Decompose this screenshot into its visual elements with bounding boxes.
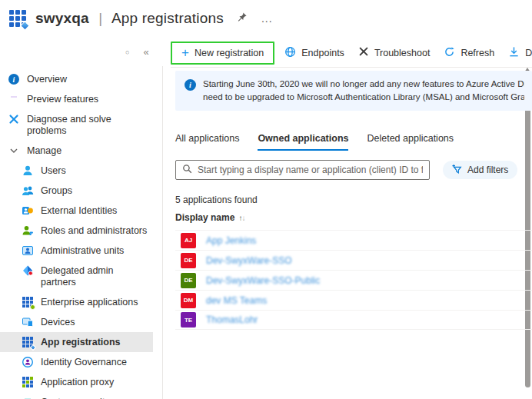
sidebar-item-administrative-units[interactable]: Administrative units: [0, 241, 153, 261]
applications-count: 5 applications found: [175, 195, 532, 205]
sidebar-item-label: Custom security attributes: [41, 396, 148, 399]
enterprise-applications-icon: [22, 296, 34, 308]
app-name-link[interactable]: ThomasLohr: [206, 314, 258, 325]
new-registration-button[interactable]: + New registration: [171, 42, 274, 65]
sidebar-item-devices[interactable]: Devices: [0, 312, 153, 332]
sidebar-item-application-proxy[interactable]: Application proxy: [0, 372, 153, 392]
app-registrations-icon: [9, 10, 26, 27]
sidebar-item-label: Delegated admin partners: [41, 264, 148, 288]
main-content: i Starting June 30th, 2020 we will no lo…: [175, 71, 532, 330]
plus-icon: +: [181, 48, 189, 58]
sidebar-item-enterprise-applications[interactable]: Enterprise applications: [0, 292, 153, 312]
blade-search-icon[interactable]: ○: [125, 48, 129, 56]
download-button[interactable]: Download: [501, 42, 532, 65]
delegated-admin-partners-icon: [22, 264, 34, 277]
app-avatar: DE: [181, 253, 196, 268]
sidebar-item-label: Roles and administrators: [41, 224, 147, 237]
app-name-link[interactable]: Dev-SwyxWare-SSO-Public: [206, 275, 320, 286]
sidebar-item-external-identities[interactable]: External Identities: [0, 201, 153, 221]
table-row[interactable]: DE Dev-SwyxWare-SSO-Public: [175, 270, 532, 290]
display-name-label: Display name: [175, 212, 234, 223]
info-icon: i: [8, 73, 20, 85]
sidebar-item-label: Devices: [41, 316, 75, 328]
tenant-name: swyxqa: [35, 10, 89, 26]
download-icon: [508, 46, 520, 60]
sidebar-section-manage[interactable]: Manage: [0, 141, 153, 161]
endpoints-button[interactable]: Endpoints: [278, 42, 351, 65]
identity-governance-icon: [22, 356, 34, 368]
app-name-link[interactable]: Dev-SwyxWare-SSO: [206, 255, 292, 266]
applications-table: AJ App Jenkins DE Dev-SwyxWare-SSO DE De…: [175, 230, 532, 330]
sidebar-section-label: Manage: [27, 145, 62, 157]
group-icon: [22, 185, 34, 197]
sidebar-item-label: Application proxy: [41, 376, 114, 388]
sidebar-item-label: Enterprise applications: [41, 296, 138, 308]
sidebar-item-preview-features[interactable]: Preview features: [0, 89, 153, 109]
add-filters-label: Add filters: [467, 165, 508, 175]
sidebar-item-label: Overview: [27, 73, 67, 85]
refresh-label: Refresh: [461, 48, 494, 58]
sidebar-item-label: Administrative units: [41, 244, 124, 257]
refresh-button[interactable]: Refresh: [437, 42, 501, 65]
app-avatar: TE: [181, 312, 196, 328]
info-icon: i: [185, 79, 196, 91]
app-avatar: DM: [181, 293, 196, 308]
external-identities-icon: [22, 204, 34, 217]
add-filter-icon: [452, 164, 463, 177]
sort-icon: ↑↓: [238, 214, 244, 222]
sidebar-item-label: Identity Governance: [41, 356, 127, 368]
sidebar: i Overview Preview features Diagnose and…: [0, 66, 163, 399]
chevron-down-icon: [8, 145, 20, 157]
collapse-menu-icon[interactable]: «: [143, 46, 148, 58]
preview-features-icon: [8, 93, 20, 105]
sidebar-item-label: Preview features: [27, 93, 98, 105]
app-registrations-icon: [22, 336, 34, 348]
user-icon: [22, 165, 34, 177]
sidebar-item-overview[interactable]: i Overview: [0, 69, 153, 89]
app-name-link[interactable]: dev MS Teams: [206, 295, 267, 306]
column-header-display-name[interactable]: Display name ↑↓: [175, 212, 532, 230]
tab-all-applications[interactable]: All applications: [175, 133, 239, 151]
banner-line2-text: need to be upgraded to Microsoft Authent…: [203, 92, 524, 101]
page-header: swyxqa | App registrations ...: [0, 0, 273, 37]
add-filters-button[interactable]: Add filters: [443, 161, 517, 179]
download-label: Download: [525, 48, 532, 58]
search-box: [175, 160, 430, 180]
sidebar-item-users[interactable]: Users: [0, 161, 153, 181]
search-icon: [182, 163, 192, 177]
table-row[interactable]: DE Dev-SwyxWare-SSO: [175, 250, 532, 270]
pin-icon[interactable]: [236, 12, 248, 26]
troubleshoot-button[interactable]: Troubleshoot: [351, 42, 437, 64]
banner-line1: Starting June 30th, 2020 we will no long…: [203, 78, 524, 91]
app-avatar: DE: [181, 273, 196, 288]
application-filter-input[interactable]: [198, 165, 423, 175]
page-title: swyxqa | App registrations: [35, 10, 224, 27]
application-proxy-icon: [22, 376, 34, 388]
sidebar-item-diagnose[interactable]: Diagnose and solve problems: [0, 109, 153, 141]
troubleshoot-wrench-icon: [358, 46, 369, 59]
applications-tabs: All applications Owned applications Dele…: [175, 133, 532, 151]
sidebar-item-identity-governance[interactable]: Identity Governance: [0, 352, 153, 372]
tab-deleted-applications[interactable]: Deleted applications: [367, 133, 454, 151]
tab-owned-applications[interactable]: Owned applications: [258, 133, 348, 151]
sidebar-item-app-registrations[interactable]: App registrations: [0, 332, 153, 352]
sidebar-item-label: App registrations: [41, 336, 121, 348]
table-row[interactable]: TE ThomasLohr: [175, 310, 532, 330]
table-row[interactable]: DM dev MS Teams: [175, 290, 532, 310]
sidebar-item-roles-admins[interactable]: Roles and administrators: [0, 221, 153, 241]
title-separator: |: [98, 10, 102, 26]
app-name-link[interactable]: App Jenkins: [206, 235, 256, 246]
deprecation-banner: i Starting June 30th, 2020 we will no lo…: [175, 71, 532, 111]
more-menu-icon[interactable]: ...: [261, 12, 273, 25]
troubleshoot-label: Troubleshoot: [374, 48, 431, 58]
diagnose-tools-icon: [8, 113, 20, 125]
sidebar-item-custom-security-attributes[interactable]: Custom security attributes: [0, 392, 153, 399]
command-bar: + New registration Endpoints Troubleshoo…: [171, 38, 532, 68]
sidebar-item-label: Diagnose and solve problems: [27, 113, 135, 137]
globe-icon: [284, 46, 296, 60]
table-row[interactable]: AJ App Jenkins: [175, 230, 532, 250]
banner-line2: need to be upgraded to Microsoft Authent…: [203, 91, 524, 104]
app-avatar: AJ: [181, 233, 196, 248]
sidebar-item-groups[interactable]: Groups: [0, 181, 153, 201]
sidebar-item-delegated-admin-partners[interactable]: Delegated admin partners: [0, 261, 153, 292]
